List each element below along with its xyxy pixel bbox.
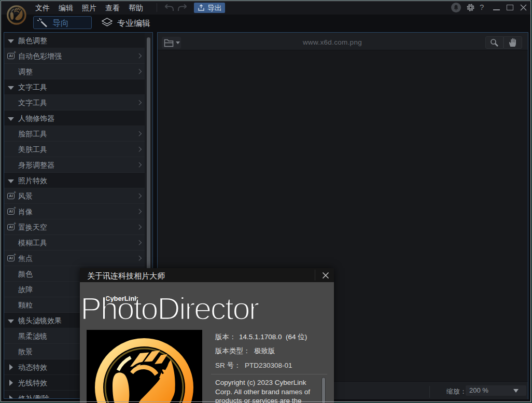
svg-text:PhotoDirector: PhotoDirector [80,290,259,324]
